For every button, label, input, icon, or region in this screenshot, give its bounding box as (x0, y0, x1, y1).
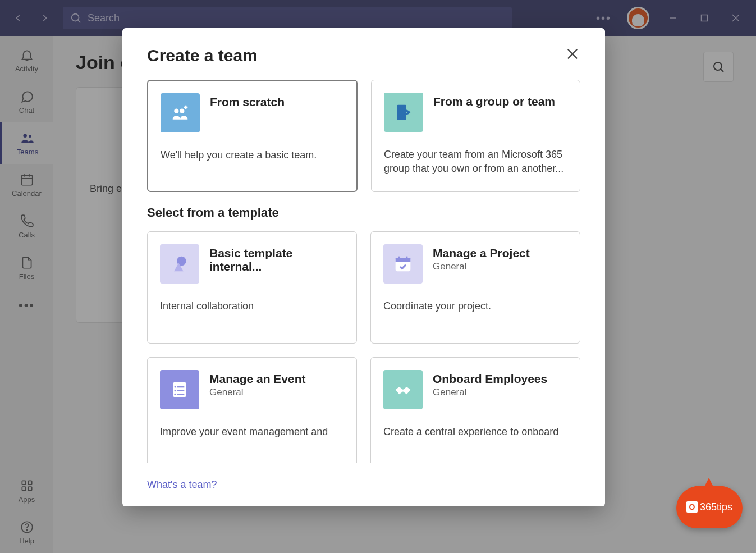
close-icon (565, 46, 580, 62)
option-title: From a group or team (433, 95, 555, 108)
template-manage-project[interactable]: Manage a Project General Coordinate your… (370, 231, 580, 344)
modal-footer: What's a team? (122, 463, 605, 506)
svg-point-35 (175, 390, 176, 391)
svg-rect-27 (396, 258, 411, 262)
modal-title: Create a team (147, 46, 258, 65)
template-title: Manage an Event (209, 372, 306, 386)
group-arrow-icon (384, 93, 423, 132)
svg-point-34 (175, 386, 176, 388)
template-subtitle: General (433, 387, 547, 398)
option-description: We'll help you create a basic team. (161, 148, 344, 162)
template-subtitle: General (433, 261, 530, 272)
people-plus-icon (161, 93, 200, 132)
template-manage-event[interactable]: Manage an Event General Improve your eve… (147, 357, 357, 463)
template-title: Onboard Employees (433, 372, 547, 386)
template-title: Basic template internal... (209, 246, 344, 273)
create-team-modal: Create a team From scratch We'll help yo… (122, 28, 605, 506)
template-onboard-employees[interactable]: Onboard Employees General Create a centr… (370, 357, 580, 463)
office-icon: O (686, 501, 698, 513)
template-subtitle: General (209, 387, 306, 398)
option-description: Create your team from an Microsoft 365 g… (384, 148, 567, 176)
svg-point-23 (180, 109, 184, 113)
option-from-group[interactable]: From a group or team Create your team fr… (371, 80, 580, 192)
whats-a-team-link[interactable]: What's a team? (147, 479, 217, 490)
modal-close-button[interactable] (565, 46, 580, 62)
template-basic-internal[interactable]: Basic template internal... Internal coll… (147, 231, 357, 344)
template-description: Internal collaboration (160, 299, 344, 313)
modal-body[interactable]: From scratch We'll help you create a bas… (122, 65, 605, 463)
svg-point-22 (174, 109, 178, 113)
shapes-icon (160, 244, 199, 284)
template-description: Create a central experience to onboard (383, 425, 567, 439)
option-from-scratch[interactable]: From scratch We'll help you create a bas… (147, 80, 358, 192)
template-description: Improve your event management and (160, 425, 344, 439)
option-title: From scratch (210, 95, 285, 109)
checklist-icon (160, 370, 199, 409)
template-description: Coordinate your project. (383, 299, 567, 313)
badge-text: 365tips (700, 501, 732, 513)
svg-rect-24 (397, 105, 406, 120)
template-title: Manage a Project (433, 246, 530, 260)
templates-heading: Select from a template (147, 205, 580, 220)
svg-point-36 (175, 394, 176, 395)
handshake-icon (383, 370, 423, 409)
calendar-check-icon (383, 244, 423, 284)
site-badge[interactable]: O 365tips (676, 486, 743, 528)
